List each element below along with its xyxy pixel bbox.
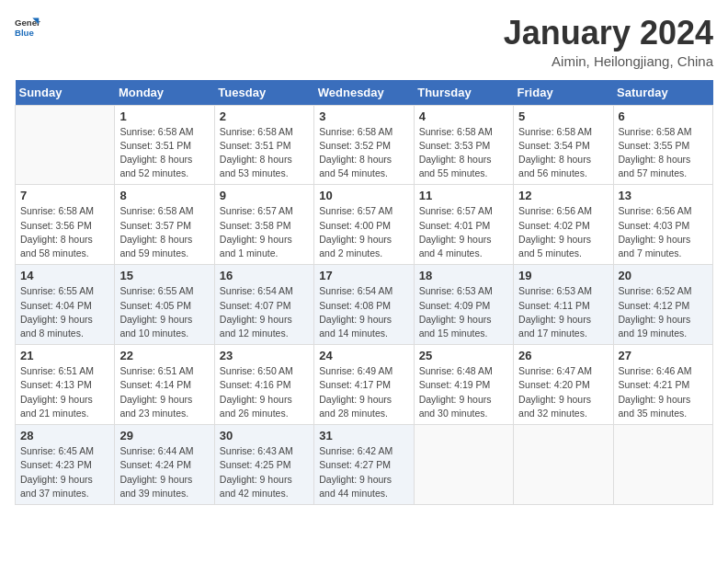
calendar-cell	[16, 105, 115, 185]
day-info: Sunrise: 6:51 AMSunset: 4:14 PMDaylight:…	[119, 364, 209, 420]
day-info: Sunrise: 6:57 AMSunset: 4:01 PMDaylight:…	[419, 204, 508, 260]
calendar-header-row: SundayMondayTuesdayWednesdayThursdayFrid…	[16, 80, 713, 106]
day-info: Sunrise: 6:58 AMSunset: 3:57 PMDaylight:…	[119, 204, 209, 260]
calendar-week-row: 7Sunrise: 6:58 AMSunset: 3:56 PMDaylight…	[16, 185, 713, 265]
calendar-cell: 21Sunrise: 6:51 AMSunset: 4:13 PMDayligh…	[16, 345, 115, 425]
calendar-cell: 17Sunrise: 6:54 AMSunset: 4:08 PMDayligh…	[314, 265, 414, 345]
calendar-cell: 14Sunrise: 6:55 AMSunset: 4:04 PMDayligh…	[16, 265, 115, 345]
calendar-cell: 10Sunrise: 6:57 AMSunset: 4:00 PMDayligh…	[314, 185, 414, 265]
calendar-table: SundayMondayTuesdayWednesdayThursdayFrid…	[15, 80, 713, 505]
calendar-cell: 15Sunrise: 6:55 AMSunset: 4:05 PMDayligh…	[115, 265, 214, 345]
calendar-cell: 8Sunrise: 6:58 AMSunset: 3:57 PMDaylight…	[115, 185, 214, 265]
calendar-day-header: Tuesday	[214, 80, 313, 106]
calendar-cell: 18Sunrise: 6:53 AMSunset: 4:09 PMDayligh…	[414, 265, 513, 345]
day-number: 5	[518, 109, 608, 123]
calendar-cell: 22Sunrise: 6:51 AMSunset: 4:14 PMDayligh…	[115, 345, 214, 425]
svg-text:Blue: Blue	[15, 28, 34, 38]
calendar-cell: 28Sunrise: 6:45 AMSunset: 4:23 PMDayligh…	[16, 425, 115, 505]
day-number: 20	[619, 269, 708, 282]
day-info: Sunrise: 6:42 AMSunset: 4:27 PMDaylight:…	[319, 444, 408, 500]
calendar-cell: 1Sunrise: 6:58 AMSunset: 3:51 PMDaylight…	[115, 105, 214, 185]
calendar-cell: 29Sunrise: 6:44 AMSunset: 4:24 PMDayligh…	[115, 425, 214, 505]
day-info: Sunrise: 6:50 AMSunset: 4:16 PMDaylight:…	[220, 364, 309, 420]
calendar-day-header: Thursday	[414, 80, 513, 106]
day-number: 11	[419, 189, 508, 202]
day-number: 12	[518, 189, 608, 202]
day-number: 15	[119, 269, 209, 282]
calendar-cell: 4Sunrise: 6:58 AMSunset: 3:53 PMDaylight…	[414, 105, 513, 185]
day-info: Sunrise: 6:54 AMSunset: 4:07 PMDaylight:…	[220, 284, 309, 340]
day-info: Sunrise: 6:56 AMSunset: 4:02 PMDaylight:…	[518, 204, 608, 260]
day-number: 14	[20, 269, 109, 282]
day-info: Sunrise: 6:56 AMSunset: 4:03 PMDaylight:…	[619, 204, 708, 260]
calendar-week-row: 1Sunrise: 6:58 AMSunset: 3:51 PMDaylight…	[16, 105, 713, 185]
day-number: 25	[419, 349, 508, 362]
calendar-cell: 26Sunrise: 6:47 AMSunset: 4:20 PMDayligh…	[514, 345, 613, 425]
day-number: 19	[518, 269, 608, 282]
calendar-cell: 27Sunrise: 6:46 AMSunset: 4:21 PMDayligh…	[613, 345, 712, 425]
day-info: Sunrise: 6:48 AMSunset: 4:19 PMDaylight:…	[419, 364, 508, 420]
day-info: Sunrise: 6:43 AMSunset: 4:25 PMDaylight:…	[220, 444, 309, 500]
day-number: 17	[319, 269, 408, 282]
day-number: 10	[319, 189, 408, 202]
calendar-day-header: Monday	[115, 80, 214, 106]
calendar-day-header: Sunday	[16, 80, 115, 106]
calendar-cell: 11Sunrise: 6:57 AMSunset: 4:01 PMDayligh…	[414, 185, 513, 265]
day-info: Sunrise: 6:58 AMSunset: 3:55 PMDaylight:…	[619, 125, 708, 181]
day-number: 21	[20, 349, 109, 362]
calendar-body: 1Sunrise: 6:58 AMSunset: 3:51 PMDaylight…	[16, 105, 713, 504]
logo: General Blue	[15, 15, 40, 40]
day-info: Sunrise: 6:47 AMSunset: 4:20 PMDaylight:…	[518, 364, 608, 420]
day-number: 16	[220, 269, 309, 282]
logo-icon: General Blue	[15, 15, 40, 40]
calendar-cell: 2Sunrise: 6:58 AMSunset: 3:51 PMDaylight…	[214, 105, 313, 185]
day-number: 7	[20, 189, 109, 202]
day-info: Sunrise: 6:44 AMSunset: 4:24 PMDaylight:…	[119, 444, 209, 500]
day-number: 3	[319, 109, 408, 123]
calendar-week-row: 21Sunrise: 6:51 AMSunset: 4:13 PMDayligh…	[16, 345, 713, 425]
location: Aimin, Heilongjiang, China	[504, 53, 713, 69]
calendar-cell: 16Sunrise: 6:54 AMSunset: 4:07 PMDayligh…	[214, 265, 313, 345]
calendar-day-header: Friday	[514, 80, 613, 106]
day-info: Sunrise: 6:45 AMSunset: 4:23 PMDaylight:…	[20, 444, 109, 500]
calendar-cell: 5Sunrise: 6:58 AMSunset: 3:54 PMDaylight…	[514, 105, 613, 185]
day-number: 27	[619, 349, 708, 362]
day-number: 4	[419, 109, 508, 123]
day-info: Sunrise: 6:58 AMSunset: 3:54 PMDaylight:…	[518, 125, 608, 181]
calendar-cell: 30Sunrise: 6:43 AMSunset: 4:25 PMDayligh…	[214, 425, 313, 505]
calendar-cell: 6Sunrise: 6:58 AMSunset: 3:55 PMDaylight…	[613, 105, 712, 185]
day-number: 6	[619, 109, 708, 123]
month-title: January 2024	[504, 15, 713, 52]
day-info: Sunrise: 6:58 AMSunset: 3:51 PMDaylight:…	[119, 125, 209, 181]
day-info: Sunrise: 6:57 AMSunset: 3:58 PMDaylight:…	[220, 204, 309, 260]
calendar-week-row: 28Sunrise: 6:45 AMSunset: 4:23 PMDayligh…	[16, 425, 713, 505]
day-info: Sunrise: 6:58 AMSunset: 3:52 PMDaylight:…	[319, 125, 408, 181]
day-number: 8	[119, 189, 209, 202]
day-info: Sunrise: 6:57 AMSunset: 4:00 PMDaylight:…	[319, 204, 408, 260]
day-info: Sunrise: 6:52 AMSunset: 4:12 PMDaylight:…	[619, 284, 708, 340]
calendar-cell: 3Sunrise: 6:58 AMSunset: 3:52 PMDaylight…	[314, 105, 414, 185]
day-number: 22	[119, 349, 209, 362]
calendar-cell	[613, 425, 712, 505]
day-info: Sunrise: 6:46 AMSunset: 4:21 PMDaylight:…	[619, 364, 708, 420]
calendar-cell: 20Sunrise: 6:52 AMSunset: 4:12 PMDayligh…	[613, 265, 712, 345]
calendar-cell: 13Sunrise: 6:56 AMSunset: 4:03 PMDayligh…	[613, 185, 712, 265]
day-info: Sunrise: 6:54 AMSunset: 4:08 PMDaylight:…	[319, 284, 408, 340]
page-header: General Blue January 2024 Aimin, Heilong…	[15, 15, 713, 69]
day-info: Sunrise: 6:58 AMSunset: 3:56 PMDaylight:…	[20, 204, 109, 260]
day-info: Sunrise: 6:51 AMSunset: 4:13 PMDaylight:…	[20, 364, 109, 420]
day-number: 23	[220, 349, 309, 362]
day-info: Sunrise: 6:53 AMSunset: 4:11 PMDaylight:…	[518, 284, 608, 340]
day-info: Sunrise: 6:55 AMSunset: 4:04 PMDaylight:…	[20, 284, 109, 340]
calendar-cell: 7Sunrise: 6:58 AMSunset: 3:56 PMDaylight…	[16, 185, 115, 265]
day-number: 9	[220, 189, 309, 202]
calendar-day-header: Wednesday	[314, 80, 414, 106]
calendar-cell: 9Sunrise: 6:57 AMSunset: 3:58 PMDaylight…	[214, 185, 313, 265]
day-number: 28	[20, 429, 109, 442]
calendar-cell: 19Sunrise: 6:53 AMSunset: 4:11 PMDayligh…	[514, 265, 613, 345]
day-info: Sunrise: 6:58 AMSunset: 3:51 PMDaylight:…	[220, 125, 309, 181]
day-info: Sunrise: 6:53 AMSunset: 4:09 PMDaylight:…	[419, 284, 508, 340]
day-number: 1	[119, 109, 209, 123]
calendar-cell: 25Sunrise: 6:48 AMSunset: 4:19 PMDayligh…	[414, 345, 513, 425]
day-info: Sunrise: 6:49 AMSunset: 4:17 PMDaylight:…	[319, 364, 408, 420]
